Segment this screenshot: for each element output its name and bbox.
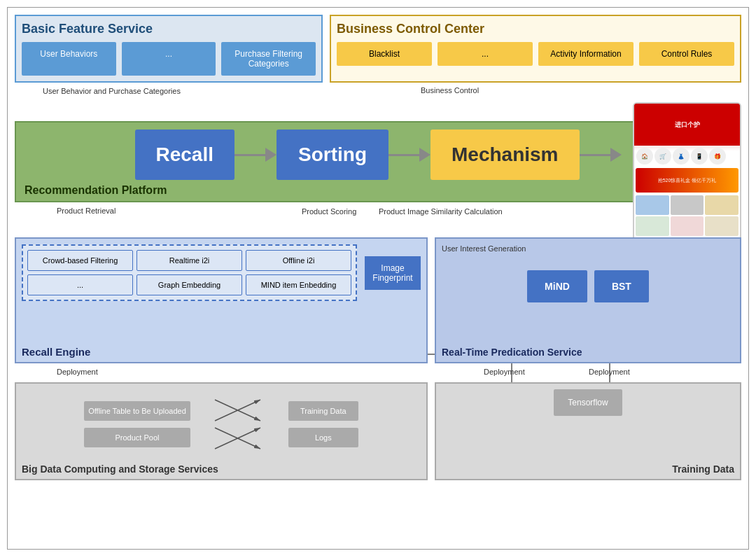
bottom-panels: Crowd-based Filtering Realtime i2i Offli… <box>8 237 748 363</box>
mobile-icon-5: 🎁 <box>709 148 726 165</box>
business-control-center: Business Control Center Blacklist ... Ac… <box>330 15 741 83</box>
bc-item-2: Activity Information <box>538 42 634 66</box>
recall-box: Recall <box>135 130 235 180</box>
basic-feature-items: User Behaviors ... Purchase Filtering Ca… <box>22 42 316 76</box>
mobile-top-text: 进口个护 <box>675 120 700 130</box>
rt-item-bst: BST <box>594 270 649 302</box>
re-item-4: Graph Embedding <box>136 274 242 295</box>
mobile-icon-1: 🏠 <box>636 148 653 165</box>
user-interest-label: User Interest Generation <box>442 244 734 253</box>
deployment-left: Deployment <box>57 368 98 376</box>
mobile-icons-row: 🏠 🛒 👗 📱 🎁 <box>634 146 740 167</box>
deployment-row: Deployment Deployment Deployment <box>8 365 748 382</box>
recall-inner: Crowd-based Filtering Realtime i2i Offli… <box>22 244 421 301</box>
tensorflow-box: Tensorflow <box>554 389 622 416</box>
bd-product-pool: Product Pool <box>84 428 190 447</box>
label-product-retrieval: Product Retrieval <box>57 207 115 215</box>
bigdata-left-col: Offline Table to Be Uploaded Product Poo… <box>84 401 190 447</box>
bigdata-left-panel: Offline Table to Be Uploaded Product Poo… <box>15 382 428 480</box>
realtime-title: Real-Time Predication Service <box>442 347 582 358</box>
image-fingerprint-wrapper: Image Fingerprint <box>361 244 421 301</box>
realtime-panel: User Interest Generation MiND BST Real-T… <box>435 237 741 363</box>
bc-item-3: Control Rules <box>639 42 734 66</box>
mobile-icon-4: 📱 <box>691 148 708 165</box>
re-item-2: Offline i2i <box>246 250 351 271</box>
mechanism-box: Mechanism <box>430 130 580 180</box>
annotation-business-control: Business Control <box>421 86 479 95</box>
re-item-3: ... <box>27 274 133 295</box>
mobile-top-bar: 进口个护 <box>634 104 740 146</box>
mobile-icon-3: 👗 <box>673 148 690 165</box>
realtime-inner: MiND BST <box>442 256 734 302</box>
bigdata-right-flow: Tensorflow <box>442 389 734 473</box>
bf-item-0: User Behaviors <box>22 42 116 76</box>
image-fingerprint-box: Image Fingerprint <box>365 256 421 290</box>
rec-flow: Recall Sorting Mechanism <box>30 130 726 180</box>
bc-item-0: Blacklist <box>337 42 432 66</box>
basic-feature-service: Basic Feature Service User Behaviors ...… <box>15 15 323 83</box>
re-item-1: Realtime i2i <box>136 250 242 271</box>
label-product-scoring: Product Scoring <box>302 207 356 216</box>
business-center-title: Business Control Center <box>337 22 734 36</box>
mobile-icon-2: 🛒 <box>654 148 671 165</box>
rt-item-mind: MiND <box>527 270 587 302</box>
recall-dashed-box: Crowd-based Filtering Realtime i2i Offli… <box>22 244 357 301</box>
re-item-5: MIND item Enbedding <box>246 274 351 295</box>
bigdata-panels: Offline Table to Be Uploaded Product Poo… <box>8 382 748 480</box>
bd-training-data: Training Data <box>288 401 358 421</box>
deployment-right: Deployment <box>589 368 630 376</box>
annotation-user-behavior: User Behavior and Purchase Categories <box>43 86 181 96</box>
bf-item-1: ... <box>122 42 216 76</box>
business-items: Blacklist ... Activity Information Contr… <box>337 42 734 66</box>
recall-engine-panel: Crowd-based Filtering Realtime i2i Offli… <box>15 237 428 363</box>
bigdata-left-title: Big Data Computing and Storage Services <box>22 463 218 475</box>
bd-logs: Logs <box>288 428 358 447</box>
bigdata-right-panel: Tensorflow Training Data <box>435 382 741 480</box>
bigdata-right-title: Training Data <box>672 463 734 475</box>
rec-platform-title: Recommendation Platform <box>24 184 167 197</box>
sorting-box: Sorting <box>276 130 388 180</box>
bigdata-right-col: Training Data Logs <box>288 401 358 447</box>
label-product-image: Product Image Similarity Calculation <box>379 207 503 216</box>
basic-feature-title: Basic Feature Service <box>22 22 316 36</box>
cross-arrows-svg <box>211 396 267 452</box>
bf-item-2: Purchase Filtering Categories <box>221 42 316 76</box>
main-container: Basic Feature Service User Behaviors ...… <box>7 7 749 550</box>
recall-engine-title: Recall Engine <box>22 346 90 358</box>
labels-row: Product Retrieval Product Scoring Produc… <box>8 202 748 237</box>
mobile-banner: 抢520惊喜礼盒 领亿千万礼 <box>636 168 738 193</box>
deployment-center: Deployment <box>484 368 525 376</box>
top-row: Basic Feature Service User Behaviors ...… <box>8 8 748 83</box>
bigdata-flow: Offline Table to Be Uploaded Product Poo… <box>22 389 421 473</box>
mobile-banner-text: 抢520惊喜礼盒 领亿千万礼 <box>658 177 717 184</box>
re-item-0: Crowd-based Filtering <box>27 250 133 271</box>
bd-offline-table: Offline Table to Be Uploaded <box>84 401 190 421</box>
bc-item-1: ... <box>438 42 533 66</box>
